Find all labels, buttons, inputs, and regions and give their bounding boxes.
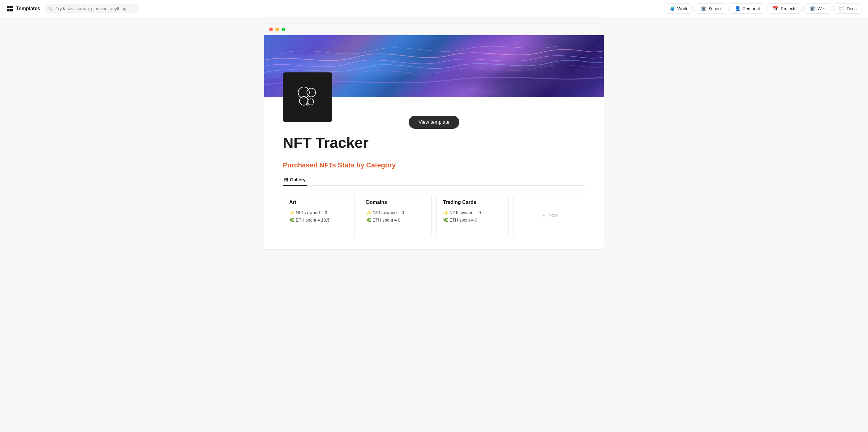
svg-rect-2 bbox=[7, 9, 9, 11]
search-bar[interactable] bbox=[45, 4, 138, 13]
nav-pill-projects-label: Projects bbox=[781, 6, 797, 11]
work-icon: 🧳 bbox=[670, 6, 676, 11]
card-trading-cards-row-1: 🌿 ETH spent = 0 bbox=[443, 218, 502, 222]
nav-pill-wiki[interactable]: 🏛️ Wiki bbox=[804, 3, 831, 13]
svg-point-7 bbox=[307, 88, 315, 97]
header: Templates 🧳 Work 🏛️ School 👤 Personal 📅 … bbox=[0, 0, 868, 17]
nav-pill-work-label: Work bbox=[677, 6, 687, 11]
personal-icon: 👤 bbox=[735, 6, 741, 11]
template-container: View template NFT Tracker Purchased NFTs… bbox=[264, 24, 604, 250]
svg-rect-1 bbox=[10, 6, 13, 8]
template-logo bbox=[283, 72, 332, 122]
gallery-tab[interactable]: ⊞ Gallery bbox=[283, 174, 307, 186]
nav-pill-docs[interactable]: 📄 Docs bbox=[833, 3, 862, 13]
main: View template NFT Tracker Purchased NFTs… bbox=[0, 17, 868, 262]
logo[interactable]: Templates bbox=[6, 5, 40, 12]
search-icon bbox=[49, 6, 53, 11]
nav-pill-personal-label: Personal bbox=[743, 6, 760, 11]
nav-pill-school[interactable]: 🏛️ School bbox=[695, 3, 727, 13]
nav-pill-docs-label: Docs bbox=[847, 6, 857, 11]
window-close-dot[interactable] bbox=[269, 28, 273, 31]
template-title: NFT Tracker bbox=[283, 135, 585, 151]
card-domains: Domains ✨ NFTs owned = 0 🌿 ETH spent = 0 bbox=[360, 193, 432, 237]
window-maximize-dot[interactable] bbox=[281, 28, 285, 31]
nav-pills: 🧳 Work 🏛️ School 👤 Personal 📅 Projects 🏛… bbox=[664, 3, 862, 13]
cards-grid: Art ✨ NFTs owned = 3 🌿 ETH spent = 18.5 … bbox=[283, 193, 585, 237]
card-trading-cards-title: Trading Cards bbox=[443, 199, 502, 205]
card-trading-cards: Trading Cards ✨ NFTs owned = 0 🌿 ETH spe… bbox=[436, 193, 508, 237]
school-icon: 🏛️ bbox=[700, 6, 707, 11]
nav-pill-work[interactable]: 🧳 Work bbox=[664, 3, 692, 13]
window-minimize-dot[interactable] bbox=[275, 28, 279, 31]
card-new[interactable]: ＋ New bbox=[514, 193, 586, 237]
gallery-tab-icon: ⊞ bbox=[284, 177, 288, 183]
search-input[interactable] bbox=[56, 6, 134, 11]
card-art-title: Art bbox=[289, 199, 348, 205]
banner-area bbox=[264, 35, 604, 97]
card-trading-cards-row-0: ✨ NFTs owned = 0 bbox=[443, 210, 502, 215]
new-plus-icon: ＋ bbox=[541, 211, 547, 219]
logo-icon bbox=[6, 5, 13, 12]
card-new-content: ＋ New bbox=[520, 199, 579, 230]
view-template-button[interactable]: View template bbox=[409, 116, 459, 129]
svg-rect-3 bbox=[10, 9, 13, 11]
section-title: Purchased NFTs Stats by Category bbox=[283, 161, 585, 169]
gallery-tab-label: Gallery bbox=[290, 177, 306, 182]
card-new-label: New bbox=[549, 212, 558, 218]
nft-logo-icon bbox=[292, 82, 323, 113]
wiki-icon: 🏛️ bbox=[809, 6, 816, 11]
nav-pill-wiki-label: Wiki bbox=[817, 6, 826, 11]
nav-pill-projects[interactable]: 📅 Projects bbox=[768, 3, 802, 13]
card-art: Art ✨ NFTs owned = 3 🌿 ETH spent = 18.5 bbox=[283, 193, 355, 237]
card-art-row-0: ✨ NFTs owned = 3 bbox=[289, 210, 348, 215]
gallery-tab-bar: ⊞ Gallery bbox=[283, 174, 585, 186]
svg-rect-0 bbox=[7, 6, 9, 8]
card-domains-row-1: 🌿 ETH spent = 0 bbox=[366, 218, 425, 222]
svg-line-5 bbox=[52, 9, 53, 10]
projects-icon: 📅 bbox=[773, 6, 779, 11]
template-body: NFT Tracker Purchased NFTs Stats by Cate… bbox=[264, 135, 604, 249]
window-chrome bbox=[264, 24, 604, 35]
logo-label: Templates bbox=[16, 6, 40, 11]
card-domains-title: Domains bbox=[366, 199, 425, 205]
docs-icon: 📄 bbox=[839, 6, 845, 11]
nav-pill-personal[interactable]: 👤 Personal bbox=[730, 3, 765, 13]
card-domains-row-0: ✨ NFTs owned = 0 bbox=[366, 210, 425, 215]
nav-pill-school-label: School bbox=[708, 6, 722, 11]
card-art-row-1: 🌿 ETH spent = 18.5 bbox=[289, 218, 348, 222]
